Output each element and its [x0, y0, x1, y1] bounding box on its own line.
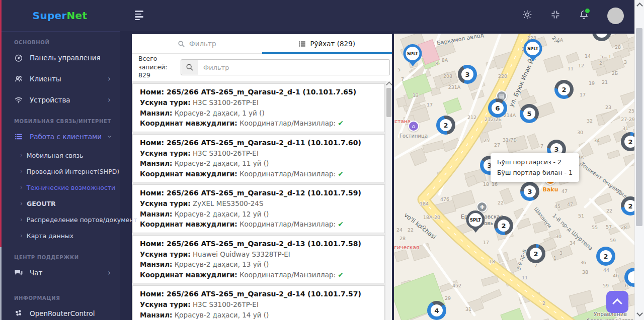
chevron-right-icon: ›	[20, 152, 23, 159]
building-number: 184	[420, 201, 429, 206]
scroll-to-top-button[interactable]	[606, 291, 628, 313]
brand-primary: Super	[33, 10, 67, 22]
sidebar-item-client-work[interactable]: Работа с клиентами ›	[0, 126, 120, 147]
cluster-marker[interactable]: 2	[494, 216, 513, 235]
sidebar-subitem-tech-capabilities[interactable]: ›Технические возможности	[0, 179, 120, 195]
chevron-right-icon: ›	[20, 232, 23, 239]
cluster-marker[interactable]	[624, 268, 635, 287]
building-number: 22	[606, 208, 612, 214]
scroll-down-arrow-icon[interactable]	[636, 310, 643, 316]
scroll-up-arrow-icon[interactable]	[636, 3, 643, 9]
hotel-poi-icon[interactable]: ⌂	[408, 121, 419, 132]
building-number: 51	[578, 213, 584, 219]
hamburger-menu-icon[interactable]	[135, 11, 145, 21]
building-number: 32	[587, 118, 593, 124]
building-number: 7	[534, 263, 537, 268]
record-name-label: Номи:	[140, 88, 164, 96]
splt-pin[interactable]: SPLT	[524, 39, 542, 65]
building-number: 212	[467, 115, 476, 120]
theme-toggle-button[interactable]	[522, 10, 532, 22]
sidebar-subitem-geoutr[interactable]: ›GEOUTR	[0, 195, 120, 211]
splt-pin[interactable]: SPLT	[404, 44, 422, 70]
record-coords-value: Координатлар/Манзиллар:	[239, 220, 336, 228]
splt-pin[interactable]: SPLT	[466, 210, 485, 237]
building-number: 5	[600, 54, 603, 59]
cluster-marker[interactable]: 5	[520, 104, 539, 123]
building-number: 30	[555, 234, 561, 239]
sidebar: SuperNet ОСНОВНОЙ Панель управления Клие…	[0, 0, 120, 320]
record-coords-label: Координат мавжудлиги:	[140, 119, 237, 127]
building-number: 18А-20	[423, 215, 440, 220]
tab-filter[interactable]: Фильтр	[132, 34, 262, 53]
sidebar-subitem-port-distribution[interactable]: ›Распределение портов/документ	[0, 211, 120, 228]
map-panel[interactable]: 35788А208231А1317212212/2Б214А2202282263…	[394, 34, 635, 320]
building-number: 57	[606, 224, 612, 230]
cluster-marker[interactable]: 6	[488, 98, 507, 118]
record-card[interactable]: Номи: 265/266 ATS-265_m_Qarasu-2_d-1 (10…	[132, 83, 385, 132]
sidebar-subitem-mobile[interactable]: ›Мобильная связь	[0, 147, 120, 163]
subitem-label: Проводной Интернет(SHPD)	[27, 168, 119, 175]
page-scrollbar-thumb[interactable]	[636, 28, 642, 226]
list-scrollbar[interactable]	[386, 81, 392, 320]
record-card[interactable]: Номи: 265/266 ATS-265_m_Qarasu-2_d-11 (1…	[132, 134, 385, 183]
filter-row: Всего записей: 829	[132, 54, 392, 81]
scroll-up-arrow-icon[interactable]	[386, 81, 392, 88]
cluster-marker[interactable]: 3	[458, 65, 477, 84]
chevron-up-icon	[612, 298, 622, 308]
record-address-label: Манзил:	[140, 311, 172, 319]
cluster-marker[interactable]	[592, 34, 611, 41]
cluster-marker[interactable]: 2	[554, 80, 574, 99]
avatar[interactable]	[607, 8, 624, 24]
fullscreen-toggle-button[interactable]	[550, 10, 560, 22]
sidebar-subitem-wired-internet[interactable]: ›Проводной Интернет(SHPD)	[0, 163, 120, 179]
sidebar-item-label: OpenRouterControl	[30, 309, 111, 317]
check-icon: ✔	[338, 119, 344, 127]
cluster-marker[interactable]: 2	[526, 244, 545, 263]
app-logo[interactable]: SuperNet	[0, 0, 120, 32]
search-button[interactable]	[181, 59, 198, 75]
cluster-marker[interactable]: 2	[436, 116, 455, 135]
page-scrollbar[interactable]	[634, 0, 644, 320]
cluster-marker[interactable]: 4	[427, 301, 446, 320]
tab-label: Фильтр	[189, 40, 216, 48]
record-list[interactable]: Номи: 265/266 ATS-265_m_Qarasu-2_d-1 (10…	[132, 81, 392, 320]
filter-input[interactable]	[198, 59, 390, 75]
record-card[interactable]: Номи: 265/266 ATS-265_m_Qarasu-2_d-12 (1…	[132, 184, 385, 233]
list-scrollbar-thumb[interactable]	[386, 88, 391, 117]
list-icon	[14, 132, 23, 141]
sidebar-item-openroutercontrol[interactable]: OpenRouterControl	[0, 303, 120, 320]
building-number: 16	[492, 181, 498, 187]
record-address-value: Қорасув-2 даҳаси, 11 уй ()	[175, 159, 269, 167]
record-name-value: 265/266 ATS-265_m_Qarasu-2_d-13 (10.101.…	[167, 240, 361, 248]
sidebar-item-clients[interactable]: Клиенты ›	[0, 68, 120, 89]
record-address-label: Манзил:	[140, 260, 172, 268]
sun-icon	[522, 10, 532, 20]
tab-list[interactable]: Рўйхат (829)	[262, 34, 392, 53]
chevron-right-icon: ›	[108, 270, 111, 275]
record-card[interactable]: Номи: 265/266 ATS-265_m_Qarasu-2_d-13 (1…	[132, 235, 385, 284]
record-coords-label: Координат мавжудлиги:	[140, 220, 237, 228]
sidebar-subitem-data-map[interactable]: ›Карта данных	[0, 228, 120, 244]
sidebar-accent-line	[0, 0, 2, 247]
cluster-marker[interactable]: 2	[621, 196, 635, 216]
record-card[interactable]: Номи: 265/266 ATS-265_m_Qarasu-2_d-14 (1…	[132, 285, 385, 320]
record-name-value: 265/266 ATS-265_m_Qarasu-2_d-12 (10.101.…	[167, 189, 361, 197]
building-number: 11	[568, 66, 574, 71]
sidebar-item-devices[interactable]: Устройства ›	[0, 89, 120, 111]
sidebar-item-chat[interactable]: Чат ›	[0, 262, 120, 283]
check-icon: ✔	[338, 220, 344, 228]
cluster-marker[interactable]: 3	[520, 182, 539, 201]
notifications-button[interactable]	[579, 10, 589, 22]
building-number: 34	[570, 240, 576, 246]
cluster-marker[interactable]: 2	[621, 132, 635, 151]
record-coords-value: Координатлар/Манзиллар:	[239, 271, 336, 279]
building-number: 31	[465, 306, 471, 312]
building-number: 46	[613, 273, 619, 278]
sidebar-item-dashboard[interactable]: Панель управления	[0, 47, 120, 68]
notification-dot	[584, 8, 591, 14]
users-icon	[14, 74, 23, 83]
chevron-right-icon: ›	[20, 168, 23, 175]
record-device-label: Ускуна тури:	[140, 300, 191, 308]
check-icon: ✔	[338, 170, 344, 178]
cluster-marker[interactable]: 2	[596, 247, 615, 266]
